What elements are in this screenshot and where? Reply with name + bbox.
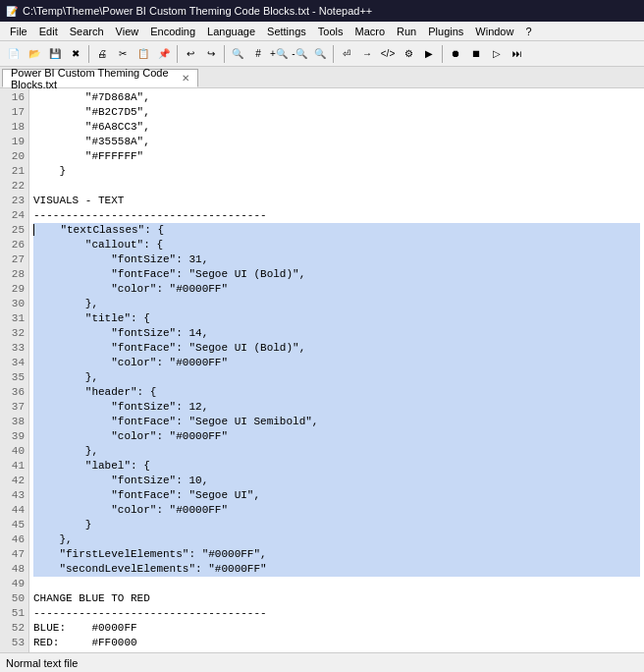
undo-button[interactable]: ↩ [181, 44, 200, 64]
line-number: 19 [0, 135, 25, 149]
menu-item-search[interactable]: Search [64, 25, 110, 38]
line-number: 35 [0, 370, 25, 385]
zoom-out-button[interactable]: -🔍 [290, 44, 309, 64]
line-number: 42 [0, 474, 25, 488]
code-line: }, [33, 532, 640, 547]
code-line: "callout": { [33, 238, 640, 252]
line-number: 45 [0, 518, 25, 532]
code-line: "color": "#0000FF" [33, 503, 640, 518]
line-number: 26 [0, 238, 25, 252]
menu-item-macro[interactable]: Macro [349, 25, 391, 38]
cut-button[interactable]: ✂ [113, 44, 133, 64]
close-button[interactable]: ✖ [66, 44, 85, 64]
code-line: "firstLevelElements": "#0000FF", [33, 547, 640, 562]
menu-item-window[interactable]: Window [469, 25, 519, 38]
line-number: 22 [0, 179, 25, 194]
redo-button[interactable]: ↪ [201, 44, 221, 64]
line-number: 53 [0, 636, 25, 650]
line-number: 49 [0, 577, 25, 591]
code-line: VISUALS - TEXT [33, 194, 640, 208]
line-numbers: 1617181920212223242526272829303132333435… [0, 88, 29, 652]
menu-item-language[interactable]: Language [201, 25, 261, 38]
line-number: 28 [0, 267, 25, 282]
code-line: "#35558A", [33, 135, 640, 149]
line-number: 52 [0, 621, 25, 636]
wrap-button[interactable]: ⏎ [337, 44, 356, 64]
line-number: 46 [0, 532, 25, 547]
line-number: 25 [0, 223, 25, 238]
toolbar-sep-2 [177, 45, 178, 63]
code-line: "#B2C7D5", [33, 105, 640, 120]
toolbar-sep-1 [88, 45, 89, 63]
line-number: 38 [0, 415, 25, 429]
title-text: C:\Temp\Theme\Power BI Custom Theming Co… [23, 5, 372, 17]
macro-button[interactable]: ⚙ [399, 44, 418, 64]
code-line: "header": { [33, 385, 640, 400]
zoom-reset-button[interactable]: 🔍 [310, 44, 330, 64]
menu-bar: FileEditSearchViewEncodingLanguageSettin… [0, 22, 644, 41]
menu-item-encoding[interactable]: Encoding [144, 25, 201, 38]
menu-item-view[interactable]: View [110, 25, 145, 38]
find-next-button[interactable]: # [248, 44, 268, 64]
tab-close-icon[interactable]: ✕ [182, 73, 189, 84]
code-line: "#7D868A", [33, 90, 640, 105]
print-button[interactable]: 🖨 [92, 44, 112, 64]
code-line [33, 179, 640, 194]
code-line: }, [33, 444, 640, 459]
menu-item-settings[interactable]: Settings [261, 25, 312, 38]
code-line: "#FFFFFF" [33, 149, 640, 164]
stop-button[interactable]: ⏹ [466, 44, 486, 64]
code-line: }, [33, 370, 640, 385]
code-line: } [33, 164, 640, 179]
code-line: "textClasses": { [33, 223, 640, 238]
copy-button[interactable]: 📋 [134, 44, 153, 64]
line-number: 21 [0, 164, 25, 179]
line-number: 33 [0, 341, 25, 356]
tab-bar: Power BI Custom Theming Code Blocks.txt … [0, 67, 644, 88]
code-line: ------------------------------------ [33, 208, 640, 223]
status-text: Normal text file [6, 657, 78, 669]
line-number: 41 [0, 459, 25, 474]
code-line: "color": "#0000FF" [33, 356, 640, 370]
code-line: "fontSize": 14, [33, 326, 640, 341]
toolbar-sep-3 [224, 45, 225, 63]
new-button[interactable]: 📄 [4, 44, 24, 64]
tags-button[interactable]: </> [378, 44, 398, 64]
find-button[interactable]: 🔍 [228, 44, 247, 64]
menu-item-plugins[interactable]: Plugins [422, 25, 469, 38]
app-icon: 📝 [6, 6, 18, 17]
line-number: 50 [0, 591, 25, 606]
status-bar: Normal text file [0, 652, 644, 672]
code-line: "fontSize": 12, [33, 400, 640, 415]
zoom-in-button[interactable]: +🔍 [269, 44, 289, 64]
menu-item-tools[interactable]: Tools [312, 25, 349, 38]
playback-button[interactable]: ⏭ [508, 44, 527, 64]
file-tab[interactable]: Power BI Custom Theming Code Blocks.txt … [2, 69, 198, 87]
code-line: RED: #FF0000 [33, 636, 640, 650]
line-number: 32 [0, 326, 25, 341]
code-line: "secondLevelElements": "#0000FF" [33, 562, 640, 577]
line-number: 24 [0, 208, 25, 223]
record-button[interactable]: ⏺ [446, 44, 465, 64]
paste-button[interactable]: 📌 [154, 44, 174, 64]
menu-item-?[interactable]: ? [519, 25, 537, 38]
open-button[interactable]: 📂 [25, 44, 44, 64]
line-number: 40 [0, 444, 25, 459]
menu-item-file[interactable]: File [4, 25, 33, 38]
line-number: 31 [0, 311, 25, 326]
code-line: BLUE: #0000FF [33, 621, 640, 636]
code-area[interactable]: "#7D868A", "#B2C7D5", "#6A8CC3", "#35558… [29, 88, 644, 652]
code-line: ------------------------------------ [33, 606, 640, 621]
toolbar-sep-4 [333, 45, 334, 63]
line-number: 51 [0, 606, 25, 621]
menu-item-run[interactable]: Run [391, 25, 422, 38]
run-button[interactable]: ▶ [419, 44, 439, 64]
indent-button[interactable]: → [357, 44, 377, 64]
line-number: 43 [0, 488, 25, 503]
menu-item-edit[interactable]: Edit [33, 25, 64, 38]
save-button[interactable]: 💾 [45, 44, 65, 64]
play-button[interactable]: ▷ [487, 44, 507, 64]
line-number: 47 [0, 547, 25, 562]
code-line: "color": "#0000FF" [33, 282, 640, 297]
code-line: "title": { [33, 311, 640, 326]
